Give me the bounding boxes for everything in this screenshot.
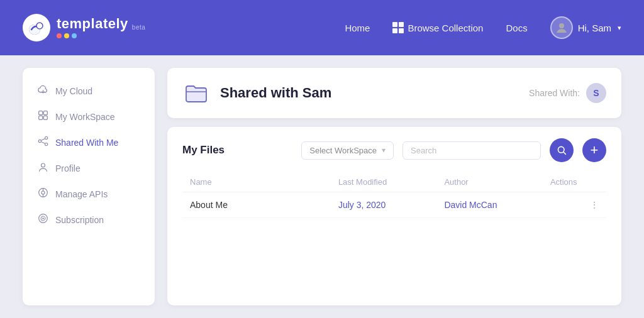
nav-docs[interactable]: Docs bbox=[506, 23, 527, 33]
nav-home[interactable]: Home bbox=[345, 23, 370, 33]
shared-with-label: Shared With: bbox=[529, 88, 580, 98]
sidebar-label-my-workspace: My WorkSpace bbox=[55, 112, 115, 122]
sidebar-item-my-cloud[interactable]: My Cloud bbox=[23, 78, 155, 104]
logo-name: templately bbox=[57, 17, 128, 31]
shared-title: Shared with Sam bbox=[220, 85, 331, 101]
content-area: Shared with Sam Shared With: S My Files … bbox=[167, 68, 621, 305]
cell-actions[interactable]: ⋮ bbox=[543, 192, 606, 218]
profile-icon bbox=[36, 162, 49, 175]
svg-rect-7 bbox=[38, 116, 42, 119]
svg-rect-8 bbox=[43, 116, 47, 119]
svg-point-10 bbox=[38, 140, 41, 142]
plus-icon: + bbox=[591, 143, 599, 157]
sidebar-item-shared-with-me[interactable]: Shared With Me bbox=[23, 129, 155, 155]
shared-avatar: S bbox=[586, 83, 606, 103]
logo-icon bbox=[23, 14, 50, 41]
workspace-select[interactable]: Select WorkSpace ▾ bbox=[301, 141, 394, 160]
dot-yellow bbox=[64, 33, 69, 38]
search-placeholder: Search bbox=[411, 146, 533, 155]
cell-author: David McCan bbox=[436, 192, 543, 218]
shared-panel-right: Shared With: S bbox=[529, 83, 606, 103]
grid-icon bbox=[392, 22, 404, 33]
sidebar-item-manage-apis[interactable]: Manage APIs bbox=[23, 181, 155, 207]
workspace-icon bbox=[36, 110, 49, 123]
logo-area: templately beta bbox=[23, 14, 145, 41]
svg-line-12 bbox=[41, 138, 45, 140]
files-table: Name Last Modified Author Actions About … bbox=[182, 172, 606, 218]
sidebar-label-my-cloud: My Cloud bbox=[55, 86, 92, 96]
sidebar-label-manage-apis: Manage APIs bbox=[55, 189, 108, 199]
col-header-actions: Actions bbox=[543, 172, 606, 192]
search-button[interactable] bbox=[550, 138, 574, 162]
logo-text: templately beta bbox=[57, 17, 145, 38]
svg-rect-6 bbox=[43, 111, 47, 115]
svg-point-4 bbox=[559, 23, 564, 28]
cloud-icon bbox=[36, 84, 49, 97]
svg-point-9 bbox=[45, 136, 47, 139]
svg-line-23 bbox=[564, 152, 566, 155]
sidebar: My Cloud My WorkSpace bbox=[23, 68, 155, 305]
files-section: My Files Select WorkSpace ▾ Search + bbox=[167, 127, 621, 305]
workspace-placeholder: Select WorkSpace bbox=[309, 146, 377, 155]
main-area: My Cloud My WorkSpace bbox=[0, 55, 644, 318]
sidebar-item-my-workspace[interactable]: My WorkSpace bbox=[23, 104, 155, 129]
sidebar-item-subscription[interactable]: Subscription bbox=[23, 207, 155, 233]
sidebar-item-profile[interactable]: Profile bbox=[23, 155, 155, 181]
svg-point-16 bbox=[41, 191, 44, 194]
col-header-name: Name bbox=[182, 172, 331, 192]
search-icon bbox=[557, 145, 567, 155]
svg-point-14 bbox=[41, 163, 45, 167]
beta-badge: beta bbox=[132, 24, 145, 31]
col-header-author: Author bbox=[436, 172, 543, 192]
workspace-chevron-icon: ▾ bbox=[382, 146, 386, 155]
dot-blue bbox=[72, 33, 77, 38]
cell-name: About Me bbox=[182, 192, 331, 218]
dot-red bbox=[57, 33, 62, 38]
svg-point-21 bbox=[42, 217, 44, 219]
logo-dots bbox=[57, 33, 145, 38]
cell-modified: July 3, 2020 bbox=[331, 192, 437, 218]
svg-line-13 bbox=[41, 142, 45, 144]
shared-panel-left: Shared with Sam bbox=[182, 79, 331, 107]
sidebar-label-shared-with-me: Shared With Me bbox=[55, 138, 118, 148]
files-header: My Files Select WorkSpace ▾ Search + bbox=[182, 138, 606, 162]
folder-icon bbox=[182, 79, 210, 107]
header: templately beta Home Browse Collection D… bbox=[0, 0, 644, 55]
table-row: About Me July 3, 2020 David McCan ⋮ bbox=[182, 192, 606, 218]
chevron-down-icon: ▾ bbox=[618, 24, 621, 32]
nav-browse-collection[interactable]: Browse Collection bbox=[392, 22, 483, 33]
svg-rect-5 bbox=[38, 111, 42, 115]
sidebar-label-subscription: Subscription bbox=[55, 215, 104, 225]
svg-point-3 bbox=[36, 23, 43, 29]
api-icon bbox=[36, 187, 49, 200]
user-menu[interactable]: Hi, Sam ▾ bbox=[550, 16, 621, 39]
sidebar-label-profile: Profile bbox=[55, 163, 80, 173]
svg-point-11 bbox=[45, 143, 47, 145]
col-header-modified: Last Modified bbox=[331, 172, 437, 192]
add-button[interactable]: + bbox=[582, 138, 606, 162]
shared-panel: Shared with Sam Shared With: S bbox=[167, 68, 621, 118]
files-title: My Files bbox=[182, 144, 225, 156]
avatar bbox=[550, 16, 573, 39]
user-greeting: Hi, Sam bbox=[578, 23, 611, 33]
nav: Home Browse Collection Docs Hi, Sam ▾ bbox=[345, 16, 621, 39]
share-icon bbox=[36, 136, 49, 149]
subscription-icon bbox=[36, 213, 49, 226]
search-box[interactable]: Search bbox=[402, 141, 541, 160]
